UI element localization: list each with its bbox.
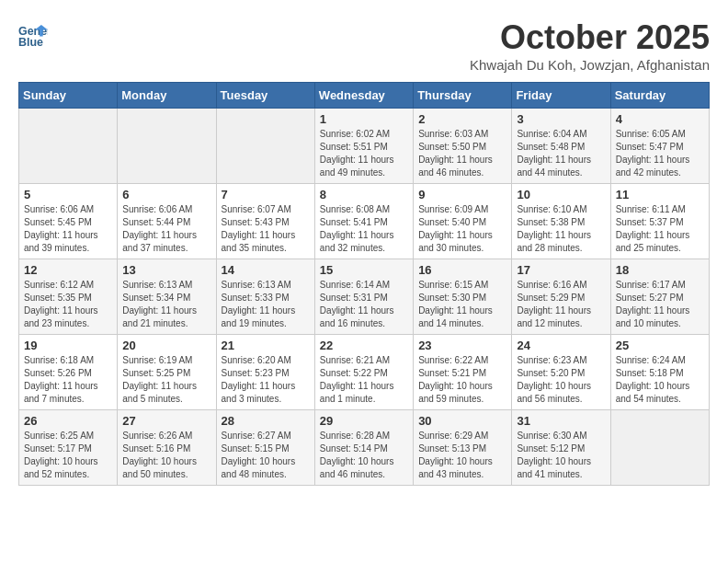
day-info: Sunrise: 6:16 AMSunset: 5:29 PMDaylight:… [517, 279, 605, 330]
calendar-cell: 19Sunrise: 6:18 AMSunset: 5:26 PMDayligh… [19, 335, 118, 410]
calendar-cell [610, 410, 709, 486]
day-info: Sunrise: 6:17 AMSunset: 5:27 PMDaylight:… [616, 279, 704, 330]
calendar-cell: 1Sunrise: 6:02 AMSunset: 5:51 PMDaylight… [314, 109, 413, 184]
calendar-cell: 7Sunrise: 6:07 AMSunset: 5:43 PMDaylight… [216, 184, 314, 259]
weekday-header-thursday: Thursday [414, 83, 512, 109]
day-info: Sunrise: 6:06 AMSunset: 5:44 PMDaylight:… [122, 203, 210, 255]
day-number: 21 [222, 339, 310, 352]
day-info: Sunrise: 6:22 AMSunset: 5:21 PMDaylight:… [418, 354, 506, 406]
weekday-header-friday: Friday [512, 83, 610, 109]
day-info: Sunrise: 6:14 AMSunset: 5:31 PMDaylight:… [320, 279, 408, 330]
day-info: Sunrise: 6:20 AMSunset: 5:23 PMDaylight:… [222, 354, 310, 406]
calendar-cell: 3Sunrise: 6:04 AMSunset: 5:48 PMDaylight… [512, 109, 610, 184]
calendar-body: 1Sunrise: 6:02 AMSunset: 5:51 PMDaylight… [19, 109, 710, 486]
logo: General Blue [18, 18, 48, 48]
day-number: 18 [616, 263, 704, 277]
day-info: Sunrise: 6:25 AMSunset: 5:17 PMDaylight:… [24, 430, 112, 481]
calendar-cell: 14Sunrise: 6:13 AMSunset: 5:33 PMDayligh… [216, 259, 314, 335]
day-number: 16 [418, 263, 506, 277]
day-number: 3 [517, 112, 605, 126]
day-number: 26 [24, 414, 112, 428]
calendar-week-4: 19Sunrise: 6:18 AMSunset: 5:26 PMDayligh… [19, 335, 710, 410]
day-info: Sunrise: 6:30 AMSunset: 5:12 PMDaylight:… [517, 430, 605, 481]
day-number: 13 [122, 263, 210, 277]
day-number: 31 [517, 414, 605, 428]
calendar-cell: 10Sunrise: 6:10 AMSunset: 5:38 PMDayligh… [512, 184, 610, 259]
day-number: 28 [222, 414, 310, 428]
calendar-cell: 12Sunrise: 6:12 AMSunset: 5:35 PMDayligh… [19, 259, 118, 335]
day-info: Sunrise: 6:03 AMSunset: 5:50 PMDaylight:… [418, 128, 506, 179]
weekday-header-row: SundayMondayTuesdayWednesdayThursdayFrid… [19, 83, 710, 109]
calendar-cell: 26Sunrise: 6:25 AMSunset: 5:17 PMDayligh… [19, 410, 118, 486]
calendar-week-3: 12Sunrise: 6:12 AMSunset: 5:35 PMDayligh… [19, 259, 710, 335]
day-number: 11 [616, 188, 704, 201]
day-info: Sunrise: 6:21 AMSunset: 5:22 PMDaylight:… [320, 354, 408, 406]
weekday-header-monday: Monday [118, 83, 216, 109]
day-info: Sunrise: 6:07 AMSunset: 5:43 PMDaylight:… [222, 203, 310, 255]
calendar-week-1: 1Sunrise: 6:02 AMSunset: 5:51 PMDaylight… [19, 109, 710, 184]
day-info: Sunrise: 6:09 AMSunset: 5:40 PMDaylight:… [418, 203, 506, 255]
day-info: Sunrise: 6:13 AMSunset: 5:34 PMDaylight:… [122, 279, 210, 330]
day-number: 29 [320, 414, 408, 428]
day-info: Sunrise: 6:26 AMSunset: 5:16 PMDaylight:… [122, 430, 210, 481]
day-info: Sunrise: 6:18 AMSunset: 5:26 PMDaylight:… [24, 354, 112, 406]
calendar-week-5: 26Sunrise: 6:25 AMSunset: 5:17 PMDayligh… [19, 410, 710, 486]
day-number: 9 [418, 188, 506, 201]
day-info: Sunrise: 6:04 AMSunset: 5:48 PMDaylight:… [517, 128, 605, 179]
logo-icon: General Blue [18, 18, 48, 48]
calendar-cell: 24Sunrise: 6:23 AMSunset: 5:20 PMDayligh… [512, 335, 610, 410]
calendar-cell [216, 109, 314, 184]
day-number: 24 [517, 339, 605, 352]
day-number: 20 [122, 339, 210, 352]
calendar-cell: 23Sunrise: 6:22 AMSunset: 5:21 PMDayligh… [414, 335, 512, 410]
calendar-cell: 18Sunrise: 6:17 AMSunset: 5:27 PMDayligh… [610, 259, 709, 335]
calendar-cell: 28Sunrise: 6:27 AMSunset: 5:15 PMDayligh… [216, 410, 314, 486]
calendar-cell: 2Sunrise: 6:03 AMSunset: 5:50 PMDaylight… [414, 109, 512, 184]
calendar-cell: 15Sunrise: 6:14 AMSunset: 5:31 PMDayligh… [314, 259, 413, 335]
calendar-cell: 20Sunrise: 6:19 AMSunset: 5:25 PMDayligh… [118, 335, 216, 410]
day-info: Sunrise: 6:29 AMSunset: 5:13 PMDaylight:… [418, 430, 506, 481]
day-number: 30 [418, 414, 506, 428]
calendar-cell: 29Sunrise: 6:28 AMSunset: 5:14 PMDayligh… [314, 410, 413, 486]
title-block: October 2025 Khwajah Du Koh, Jowzjan, Af… [470, 18, 710, 73]
day-number: 12 [24, 263, 112, 277]
weekday-header-saturday: Saturday [610, 83, 709, 109]
calendar-cell [118, 109, 216, 184]
day-number: 1 [320, 112, 408, 126]
day-info: Sunrise: 6:11 AMSunset: 5:37 PMDaylight:… [616, 203, 704, 255]
calendar-week-2: 5Sunrise: 6:06 AMSunset: 5:45 PMDaylight… [19, 184, 710, 259]
calendar-cell: 13Sunrise: 6:13 AMSunset: 5:34 PMDayligh… [118, 259, 216, 335]
weekday-header-sunday: Sunday [19, 83, 118, 109]
day-info: Sunrise: 6:19 AMSunset: 5:25 PMDaylight:… [122, 354, 210, 406]
day-info: Sunrise: 6:23 AMSunset: 5:20 PMDaylight:… [517, 354, 605, 406]
svg-text:Blue: Blue [18, 36, 43, 48]
calendar-cell: 4Sunrise: 6:05 AMSunset: 5:47 PMDaylight… [610, 109, 709, 184]
weekday-header-wednesday: Wednesday [314, 83, 413, 109]
calendar-cell: 31Sunrise: 6:30 AMSunset: 5:12 PMDayligh… [512, 410, 610, 486]
calendar-cell: 8Sunrise: 6:08 AMSunset: 5:41 PMDaylight… [314, 184, 413, 259]
day-info: Sunrise: 6:12 AMSunset: 5:35 PMDaylight:… [24, 279, 112, 330]
calendar-cell: 9Sunrise: 6:09 AMSunset: 5:40 PMDaylight… [414, 184, 512, 259]
calendar-cell: 22Sunrise: 6:21 AMSunset: 5:22 PMDayligh… [314, 335, 413, 410]
day-number: 8 [320, 188, 408, 201]
day-info: Sunrise: 6:28 AMSunset: 5:14 PMDaylight:… [320, 430, 408, 481]
calendar-cell: 5Sunrise: 6:06 AMSunset: 5:45 PMDaylight… [19, 184, 118, 259]
calendar-cell: 21Sunrise: 6:20 AMSunset: 5:23 PMDayligh… [216, 335, 314, 410]
day-info: Sunrise: 6:06 AMSunset: 5:45 PMDaylight:… [24, 203, 112, 255]
calendar-cell: 16Sunrise: 6:15 AMSunset: 5:30 PMDayligh… [414, 259, 512, 335]
location: Khwajah Du Koh, Jowzjan, Afghanistan [470, 57, 710, 73]
calendar-cell [19, 109, 118, 184]
day-info: Sunrise: 6:10 AMSunset: 5:38 PMDaylight:… [517, 203, 605, 255]
calendar-cell: 27Sunrise: 6:26 AMSunset: 5:16 PMDayligh… [118, 410, 216, 486]
calendar-cell: 17Sunrise: 6:16 AMSunset: 5:29 PMDayligh… [512, 259, 610, 335]
day-number: 4 [616, 112, 704, 126]
day-info: Sunrise: 6:02 AMSunset: 5:51 PMDaylight:… [320, 128, 408, 179]
day-number: 6 [122, 188, 210, 201]
calendar-table: SundayMondayTuesdayWednesdayThursdayFrid… [18, 82, 710, 486]
day-number: 22 [320, 339, 408, 352]
day-number: 2 [418, 112, 506, 126]
day-info: Sunrise: 6:15 AMSunset: 5:30 PMDaylight:… [418, 279, 506, 330]
day-info: Sunrise: 6:08 AMSunset: 5:41 PMDaylight:… [320, 203, 408, 255]
day-number: 17 [517, 263, 605, 277]
day-number: 23 [418, 339, 506, 352]
